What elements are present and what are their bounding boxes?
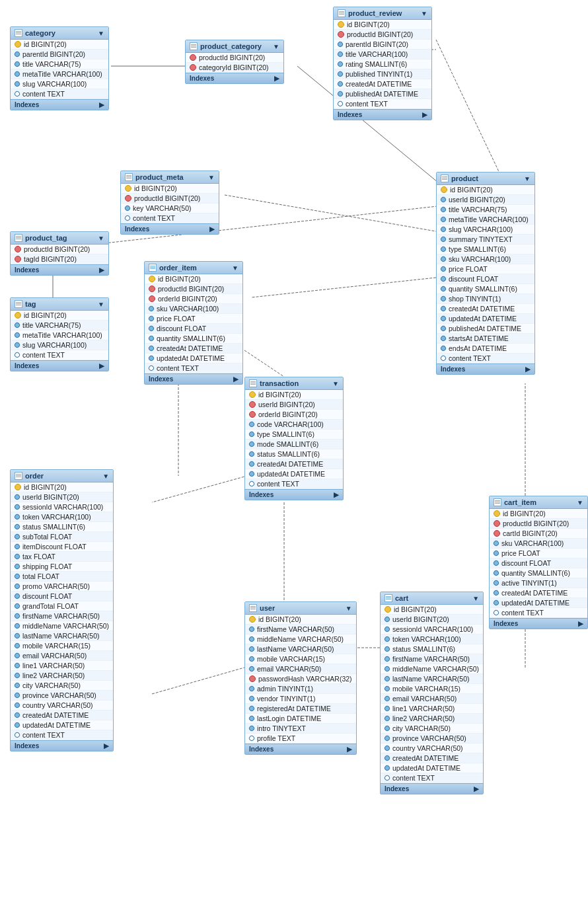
field-icon [383, 724, 390, 732]
table-row: price FLOAT [490, 549, 587, 558]
indexes-arrow-icon[interactable]: ▶ [525, 365, 531, 373]
table-dropdown-icon[interactable]: ▼ [208, 174, 215, 181]
field-icon [147, 305, 155, 312]
indexes-arrow-icon[interactable]: ▶ [99, 362, 104, 369]
table-header-order[interactable]: order▼ [11, 470, 113, 482]
table-row: startsAt DATETIME [437, 334, 534, 344]
table-row: country VARCHAR(50) [11, 701, 113, 711]
table-header-cart_item[interactable]: cart_item▼ [490, 496, 587, 509]
field-text: line2 VARCHAR(50) [22, 672, 85, 679]
pk-icon [15, 41, 21, 48]
field-icon [248, 470, 255, 477]
table-row: lastName VARCHAR(50) [245, 644, 356, 654]
table-header-product[interactable]: product▼ [437, 173, 534, 185]
table-row: discount FLOAT [490, 558, 587, 568]
table-header-product_review[interactable]: product_review▼ [334, 7, 431, 20]
indexes-bar-product_category[interactable]: Indexes▶ [186, 73, 283, 83]
indexes-bar-product_review[interactable]: Indexes▶ [334, 109, 431, 120]
table-dropdown-icon[interactable]: ▼ [472, 595, 479, 602]
indexes-arrow-icon[interactable]: ▶ [209, 225, 215, 233]
table-dropdown-icon[interactable]: ▼ [332, 380, 339, 387]
field-text: content TEXT [392, 774, 435, 782]
pk-icon [338, 21, 344, 28]
table-header-tag[interactable]: tag▼ [11, 298, 108, 311]
table-row: mobile VARCHAR(15) [245, 654, 356, 664]
table-header-product_meta[interactable]: product_meta▼ [121, 171, 219, 184]
field-text: metaTitle VARCHAR(100) [22, 70, 102, 78]
indexes-bar-product[interactable]: Indexes▶ [437, 364, 534, 374]
field-text: mobile VARCHAR(15) [392, 685, 460, 693]
field-text: userId BIGINT(20) [22, 493, 79, 501]
table-dropdown-icon[interactable]: ▼ [346, 605, 352, 612]
indexes-label: Indexes [15, 742, 39, 749]
indexes-bar-transaction[interactable]: Indexes▶ [245, 489, 343, 500]
field-icon [439, 225, 447, 233]
table-name-product_meta: product_meta [135, 173, 184, 181]
indexes-bar-product_tag[interactable]: Indexes▶ [11, 264, 108, 275]
table-dropdown-icon[interactable]: ▼ [273, 43, 279, 50]
table-row: userId BIGINT(20) [437, 195, 534, 205]
indexes-arrow-icon[interactable]: ▶ [99, 101, 104, 108]
field-text: sessionId VARCHAR(100) [22, 503, 103, 511]
indexes-arrow-icon[interactable]: ▶ [104, 742, 109, 749]
table-header-transaction[interactable]: transaction▼ [245, 377, 343, 390]
table-row: line2 VARCHAR(50) [381, 714, 483, 724]
indexes-bar-order_item[interactable]: Indexes▶ [145, 373, 242, 384]
table-dropdown-icon[interactable]: ▼ [524, 175, 531, 182]
table-header-user[interactable]: user▼ [245, 602, 356, 615]
field-icon [336, 40, 344, 48]
field-icon [439, 285, 447, 292]
indexes-arrow-icon[interactable]: ▶ [347, 746, 352, 753]
field-text: publishedAt DATETIME [449, 325, 521, 332]
field-text: province VARCHAR(50) [392, 734, 466, 742]
field-icon [13, 711, 20, 718]
indexes-arrow-icon[interactable]: ▶ [334, 491, 339, 498]
table-row: intro TINYTEXT [245, 724, 356, 734]
fk-icon [149, 286, 155, 292]
table-row: content TEXT [11, 350, 108, 360]
table-grid-icon [249, 379, 257, 387]
table-dropdown-icon[interactable]: ▼ [98, 235, 104, 242]
indexes-arrow-icon[interactable]: ▶ [578, 620, 583, 627]
indexes-bar-order[interactable]: Indexes▶ [11, 740, 113, 751]
table-row: content TEXT [490, 608, 587, 618]
indexes-bar-category[interactable]: Indexes▶ [11, 99, 108, 110]
field-icon-empty [336, 100, 344, 107]
indexes-arrow-icon[interactable]: ▶ [233, 375, 239, 383]
field-text: promo VARCHAR(50) [22, 582, 90, 590]
table-row: updatedAt DATETIME [145, 354, 242, 364]
field-text: token VARCHAR(100) [392, 635, 461, 643]
table-grid-icon [249, 604, 257, 612]
field-text: title VARCHAR(75) [22, 60, 81, 68]
indexes-bar-cart_item[interactable]: Indexes▶ [490, 618, 587, 629]
table-dropdown-icon[interactable]: ▼ [421, 10, 427, 17]
table-cart_item: cart_item▼id BIGINT(20)productId BIGINT(… [489, 496, 588, 629]
indexes-bar-tag[interactable]: Indexes▶ [11, 360, 108, 371]
table-dropdown-icon[interactable]: ▼ [232, 264, 239, 272]
table-header-cart[interactable]: cart▼ [381, 592, 483, 605]
field-text: createdAt DATETIME [501, 589, 568, 597]
table-dropdown-icon[interactable]: ▼ [98, 30, 104, 37]
table-header-order_item[interactable]: order_item▼ [145, 262, 242, 274]
table-dropdown-icon[interactable]: ▼ [98, 301, 104, 308]
indexes-bar-user[interactable]: Indexes▶ [245, 744, 356, 754]
table-dropdown-icon[interactable]: ▼ [577, 499, 583, 506]
table-row: id BIGINT(20) [11, 311, 108, 321]
indexes-arrow-icon[interactable]: ▶ [274, 75, 279, 82]
table-dropdown-icon[interactable]: ▼ [102, 473, 109, 480]
indexes-bar-product_meta[interactable]: Indexes▶ [121, 223, 219, 234]
indexes-arrow-icon[interactable]: ▶ [99, 266, 104, 274]
indexes-bar-cart[interactable]: Indexes▶ [381, 783, 483, 794]
table-row: price FLOAT [145, 314, 242, 324]
field-icon-empty [492, 609, 499, 616]
field-text: intro TINYTEXT [257, 724, 306, 732]
table-row: itemDiscount FLOAT [11, 542, 113, 552]
table-header-product_tag[interactable]: product_tag▼ [11, 232, 108, 245]
field-icon [383, 705, 390, 712]
table-name-product: product [451, 174, 478, 182]
fk-icon [125, 195, 131, 202]
table-header-category[interactable]: category▼ [11, 27, 108, 40]
indexes-arrow-icon[interactable]: ▶ [474, 785, 479, 792]
indexes-arrow-icon[interactable]: ▶ [422, 111, 427, 118]
table-header-product_category[interactable]: product_category▼ [186, 40, 283, 53]
